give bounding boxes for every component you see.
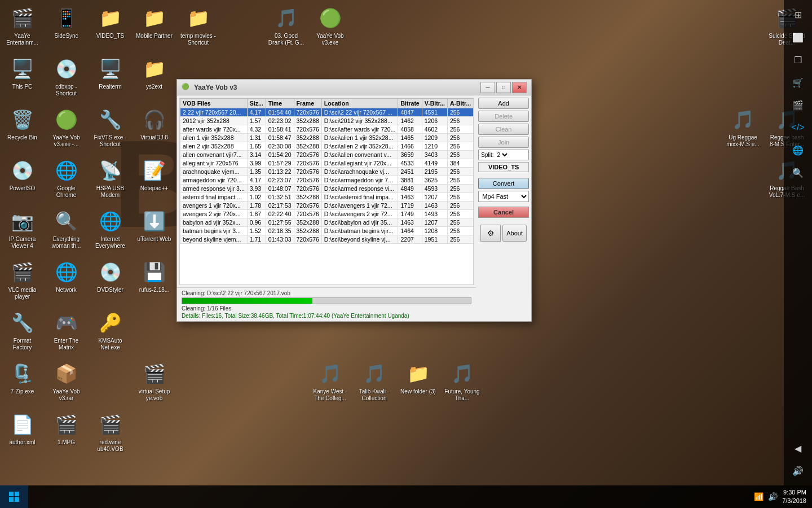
maximize-button[interactable]: □ [496,82,511,93]
desktop-icon-enter-matrix[interactable]: 🎮 Enter The Matrix [45,307,87,353]
desktop-icon-sideshop[interactable]: 📱 SideSync [45,2,87,42]
taskbar-clock[interactable]: 9:30 PM 7/3/2018 [782,488,806,506]
table-cell: 3.99 [247,159,266,168]
desktop-icon-ug-reggae[interactable]: 🎵 Ug Reggae mixx-M.S e... [722,104,764,150]
desktop-icon-kanye-west[interactable]: 🎵 Kanye West - The Colleg... [309,358,351,404]
icon-label: New folder (3) [400,388,436,395]
table-cell: 3625 [422,176,447,185]
start-button[interactable] [0,485,28,508]
table-row[interactable]: alien 1 vjir 352x2881.3101:58:47352x288D… [180,134,474,142]
table-row[interactable]: babylon ad vjir 352x...0.9601:27:55352x2… [180,218,474,227]
table-row[interactable]: arachnoquake vjem...1.3501:13:22720x576D… [180,168,474,176]
settings-button[interactable]: ⚙ [480,225,501,242]
desktop-icon-red-wine[interactable]: 🎬 red.wine ub40.VOB [89,409,131,455]
table-row[interactable]: allegiant vjir 720x5763.9901:57:29720x57… [180,159,474,168]
sidebar-multi-icon[interactable]: ❐ [788,50,808,70]
desktop-icon-utorrent[interactable]: ⬇️ uTorrent Web [133,205,175,245]
desktop-icon-future[interactable]: 🎵 Future, Young Tha... [441,358,483,404]
convert-button[interactable]: Convert [478,178,529,189]
desktop-icon-yaaye-vob-rar[interactable]: 📦 YaaYe Vob v3.rar [45,358,87,404]
table-cell: 1493 [422,210,447,218]
sidebar-media-icon[interactable]: 🎬 [788,95,808,115]
desktop-icon-dvdstyler[interactable]: 💿 DVDStyler [89,256,131,296]
desktop-icon-virtual-setup[interactable]: 🎬 virtual Setup ye.vob [133,358,175,404]
table-cell: 02:23:02 [266,117,294,125]
desktop-icon-everything-woman[interactable]: 🔍 Everything woman th... [45,205,87,252]
sidebar-code-icon[interactable]: </> [788,117,808,138]
vob-table-container[interactable]: VOB FilesSiz...TimeFrameLocationBitrateV… [179,98,474,285]
desktop-icon-this-pc[interactable]: 🖥️ This PC [1,53,43,93]
table-row[interactable]: armageddon vjir 720...4.1702:23:07720x57… [180,176,474,185]
sidebar-store-icon[interactable]: 🛒 [788,72,808,93]
desktop-icon-mobile-partner[interactable]: 📁 Mobile Partner [133,2,175,42]
table-row[interactable]: avengers 2 vjir 720x...1.8702:22:40720x5… [180,210,474,218]
desktop-icon-1mpg[interactable]: 🎬 1.MPG [45,409,87,448]
table-header: Location [321,99,398,108]
cancel-button[interactable]: Cancel [478,207,529,218]
table-cell: 01:58:47 [266,134,294,142]
sidebar-chrome-icon[interactable]: 🌐 [788,140,808,160]
desktop-icon-yaaye-vob[interactable]: 🟢 YaaYe Vob v3.exe [309,2,351,49]
table-row[interactable]: 2 22 vjir 720x567 20...4.1701:54:40720x5… [180,108,474,117]
join-button[interactable]: Join [478,137,529,148]
desktop-icon-virtualdj[interactable]: 🎧 VirtualDJ 8 [133,104,175,143]
desktop-icon-recycle-bin[interactable]: 🗑️ Recycle Bin [1,104,43,143]
vob-window: 🟢 YaaYe Vob v3 ─ □ ✕ VOB FilesSiz...Time… [176,79,532,322]
minimize-button[interactable]: ─ [480,82,495,93]
desktop-icon-notepadpp[interactable]: 📝 Notepad++ [133,155,175,194]
desktop-icon-author-xml[interactable]: 📄 author.xml [1,409,43,448]
table-cell: 720x576 [294,235,321,244]
desktop-icon-vlc[interactable]: 🎬 VLC media player [1,256,43,303]
close-button[interactable]: ✕ [512,82,527,93]
desktop-icon-internet-everywhere[interactable]: 🌐 Internet Everywhere [89,205,131,252]
desktop-icon-cdbxpp[interactable]: 💿 cdbxpp - Shortcut [45,53,87,99]
desktop-icon-talib-kwali[interactable]: 🎵 Talib Kwali - Collection [353,358,395,404]
desktop-icon-format-factory[interactable]: 🔧 Format Factory [1,307,43,353]
sidebar-search-icon[interactable]: 🔍 [788,163,808,183]
table-row[interactable]: avengers 1 vjir 720x...1.7802:17:53720x5… [180,202,474,210]
window-titlebar[interactable]: 🟢 YaaYe Vob v3 ─ □ ✕ [177,80,531,95]
table-row[interactable]: alien 2 vjir 352x2881.6502:30:08352x288D… [180,142,474,151]
window-right-panel: Add Delete Clean Join Split: 234 VIDEO_T… [476,95,531,321]
desktop-icon-7zip[interactable]: 🗜️ 7-Zip.exe [1,358,43,397]
sidebar-volume-icon[interactable]: 🔊 [788,461,808,481]
format-select[interactable]: Mp4 Fast Mp4 AVI [478,191,529,202]
sidebar-task-icon[interactable]: ⬜ [788,27,808,47]
desktop-icon-yaaye-vob-shortcut[interactable]: 🟢 YaaYe Vob v3.exe -... [45,104,87,150]
table-row[interactable]: after wards vjir 720x...4.3201:58:41720x… [180,125,474,134]
desktop-icon-poweriso[interactable]: 💿 PowerISO [1,155,43,194]
table-cell: 1.35 [247,168,266,176]
desktop-icon-kmsauto[interactable]: 🔑 KMSAuto Net.exe [89,307,131,353]
desktop-icon-hspa-usb[interactable]: 📡 HSPA USB Modem [89,155,131,201]
desktop-icon-video-ts[interactable]: 📁 VIDEO_TS [89,2,131,42]
table-cell: 720x576 [294,210,321,218]
desktop-icon-yaaye-ent[interactable]: 🎬 YaaYe Entertainm... [1,2,43,49]
delete-button[interactable]: Delete [478,111,529,122]
table-cell: 4591 [422,108,447,117]
clean-button[interactable]: Clean [478,124,529,135]
table-row[interactable]: alien convenant vjir7...3.1401:54:20720x… [180,151,474,159]
desktop-icon-fixvts[interactable]: 🔧 FixVTS.exe - Shortcut [89,104,131,150]
table-row[interactable]: asteroid final impact ...1.0201:32:51352… [180,193,474,202]
desktop-icon-ys2ext[interactable]: 📁 ys2ext [133,53,175,93]
desktop-icon-rufus[interactable]: 💾 rufus-2.18... [133,256,175,296]
table-row[interactable]: 2012 vjir 352x2881.5702:23:02352x288D:\s… [180,117,474,125]
desktop-icon-google-chrome[interactable]: 🌐 Google Chrome [45,155,87,201]
table-row[interactable]: armed response vjir 3...3.9301:48:07720x… [180,185,474,193]
table-cell: batman begins vjir 3... [180,227,248,235]
table-row[interactable]: batman begins vjir 3...1.5202:18:35352x2… [180,227,474,235]
desktop-icon-good-drank[interactable]: 🎵 03. Good Drank (Ft. G... [265,2,307,49]
desktop-icon-realterm[interactable]: 🖥️ Realterm [89,53,131,93]
add-button[interactable]: Add [478,98,529,109]
about-button[interactable]: About [502,225,527,242]
sidebar-back-icon[interactable]: ◀ [788,438,808,458]
sidebar-windows-icon[interactable]: ⊞ [788,5,808,25]
desktop-icon-new-folder-b[interactable]: 📁 New folder (3) [397,358,439,397]
desktop-icon-ipcam[interactable]: 📷 IP Camera Viewer 4 [1,205,43,252]
desktop-icon-temp-movies[interactable]: 📁 temp movies - Shortcut [177,2,219,49]
table-row[interactable]: beyond skyline vjem...1.7101:43:03720x57… [180,235,474,244]
desktop-icon-network[interactable]: 🌐 Network [45,256,87,296]
table-cell: asteroid final impact ... [180,193,248,202]
split-select[interactable]: 234 [495,151,509,159]
split-dropdown[interactable]: Split: 234 [478,150,529,160]
